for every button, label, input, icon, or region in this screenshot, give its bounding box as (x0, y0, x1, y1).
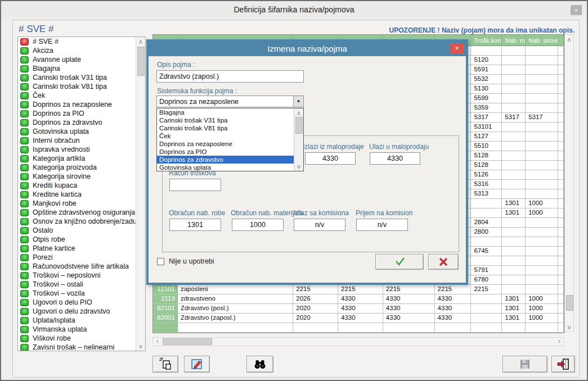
tree-item[interactable]: Kategorija sirovine (18, 172, 145, 181)
tree-item[interactable]: Akciza (18, 46, 145, 55)
table-cell[interactable] (558, 94, 564, 103)
table-cell[interactable]: 5126 (471, 170, 502, 180)
table-cell[interactable]: 2020 (293, 304, 338, 314)
table-cell[interactable]: 5599 (471, 94, 502, 103)
nije-u-upotrebi-checkbox[interactable] (157, 258, 164, 265)
table-horizontal-scrollbar[interactable]: ‹ › (152, 337, 564, 346)
obracun-materijala-input[interactable]: 1000 (232, 219, 284, 231)
tree-item[interactable]: Otpis robe (18, 235, 145, 244)
table-cell[interactable]: 2215 (383, 285, 435, 294)
table-cell[interactable] (558, 65, 564, 75)
table-cell[interactable] (558, 208, 564, 218)
table-cell[interactable]: 4330 (435, 304, 472, 314)
table-cell[interactable] (471, 199, 502, 208)
table-hscroll-thumb[interactable] (163, 338, 212, 345)
table-cell[interactable] (526, 170, 558, 180)
table-cell[interactable]: 1000 (526, 199, 558, 208)
table-cell[interactable] (502, 275, 526, 285)
tree-item[interactable]: Viškovi robe (18, 334, 145, 343)
dropdown-option[interactable]: Carinski trošak V31 tipa (157, 116, 294, 124)
table-row[interactable]: 12101zaposleni22152215221522152215 (153, 285, 564, 294)
tree-item[interactable]: Troškovi – ostali (18, 280, 145, 289)
table-cell[interactable]: 53101 (471, 123, 502, 132)
tree-scroll-thumb[interactable] (137, 47, 145, 76)
dropdown-option[interactable]: Carinski trošak V81 tipa (157, 124, 294, 132)
table-cell[interactable] (526, 285, 558, 294)
table-cell[interactable]: 5130 (471, 84, 502, 94)
table-cell[interactable]: 4330 (383, 304, 435, 314)
tree-item[interactable]: Troškovi – vozila (18, 289, 145, 298)
table-cell[interactable]: 1301 (502, 199, 526, 208)
table-cell[interactable] (558, 304, 564, 314)
prijem-komision-input[interactable]: n/v (356, 219, 408, 231)
table-cell[interactable] (502, 65, 526, 75)
table-cell[interactable]: 4330 (338, 304, 383, 314)
table-cell[interactable] (526, 142, 558, 151)
dropdown-option[interactable]: Doprinos za nezaposlene (157, 140, 294, 148)
table-cell[interactable]: 5317 (502, 113, 526, 123)
table-cell[interactable] (178, 323, 293, 333)
table-cell[interactable] (502, 132, 526, 142)
table-cell[interactable]: 2215 (471, 285, 502, 294)
table-cell[interactable]: 5532 (471, 75, 502, 84)
table-cell[interactable] (502, 218, 526, 228)
table-cell[interactable]: 5313 (471, 189, 502, 199)
table-cell[interactable] (383, 323, 435, 333)
table-cell[interactable]: zdravstveno (178, 294, 293, 304)
table-cell[interactable]: 5510 (471, 142, 502, 151)
tree-item[interactable]: Carinski trošak V81 tipa (18, 82, 145, 91)
table-cell[interactable]: 1301 (502, 304, 526, 314)
table-cell[interactable] (558, 132, 564, 142)
scroll-right-icon[interactable]: › (555, 338, 564, 346)
table-cell[interactable] (502, 228, 526, 237)
table-cell[interactable] (558, 180, 564, 189)
table-cell[interactable] (502, 123, 526, 132)
table-cell[interactable]: 5120 (471, 56, 502, 65)
table-row[interactable]: 2113zdravstveno202643304330433013011000 (153, 294, 564, 304)
table-cell[interactable]: 4330 (338, 294, 383, 304)
table-cell[interactable] (526, 103, 558, 113)
table-cell[interactable] (526, 132, 558, 142)
tree-item[interactable]: Doprinos za zdravstvo (18, 118, 145, 127)
tree-scrollbar[interactable]: ∧ ∨ (136, 37, 145, 351)
table-cell[interactable] (558, 113, 564, 123)
table-cell[interactable]: Zdravstvo (zaposl.) (178, 314, 293, 323)
table-cell[interactable] (502, 180, 526, 189)
table-cell[interactable]: Zdravstvo (posl.) (178, 304, 293, 314)
table-cell[interactable] (471, 256, 502, 266)
tree-item[interactable]: Ostalo (18, 226, 145, 235)
scroll-up-icon[interactable]: ∧ (294, 108, 303, 117)
table-cell[interactable] (471, 304, 502, 314)
table-cell[interactable]: 12101 (153, 285, 178, 294)
table-cell[interactable] (558, 170, 564, 180)
dropdown-option[interactable]: Ček (157, 132, 294, 140)
table-cell[interactable] (526, 56, 558, 65)
table-cell[interactable]: zaposleni (178, 285, 293, 294)
table-cell[interactable] (558, 123, 564, 132)
table-cell[interactable] (502, 46, 526, 56)
table-vertical-scrollbar[interactable]: ∧ ∨ (564, 34, 574, 332)
exit-button[interactable] (551, 356, 575, 373)
table-cell[interactable] (526, 237, 558, 247)
scroll-left-icon[interactable]: ‹ (153, 338, 162, 346)
table-cell[interactable] (502, 56, 526, 65)
tree-item[interactable]: Krediti kupaca (18, 181, 145, 190)
tree-item[interactable]: Ugovori o delu zdravstvo (18, 307, 145, 316)
dialog-close-icon[interactable]: × (450, 43, 464, 54)
tree-item[interactable]: Virmanska uplata (18, 325, 145, 334)
search-button[interactable] (246, 356, 273, 373)
table-cell[interactable] (558, 161, 564, 170)
table-cell[interactable] (293, 323, 338, 333)
table-cell[interactable]: 4330 (435, 314, 472, 323)
table-cell[interactable] (526, 256, 558, 266)
table-cell[interactable]: 2215 (338, 285, 383, 294)
tree-item[interactable]: Avansne uplate (18, 55, 145, 64)
scroll-down-icon[interactable]: ∨ (565, 323, 573, 332)
izlaz-malo-input[interactable]: 4330 (305, 152, 356, 165)
table-cell[interactable] (558, 56, 564, 65)
table-cell[interactable] (558, 237, 564, 247)
table-cell[interactable] (526, 84, 558, 94)
table-cell[interactable] (502, 151, 526, 161)
table-cell[interactable] (502, 142, 526, 151)
izlaz-komision-input[interactable]: n/v (294, 219, 345, 231)
